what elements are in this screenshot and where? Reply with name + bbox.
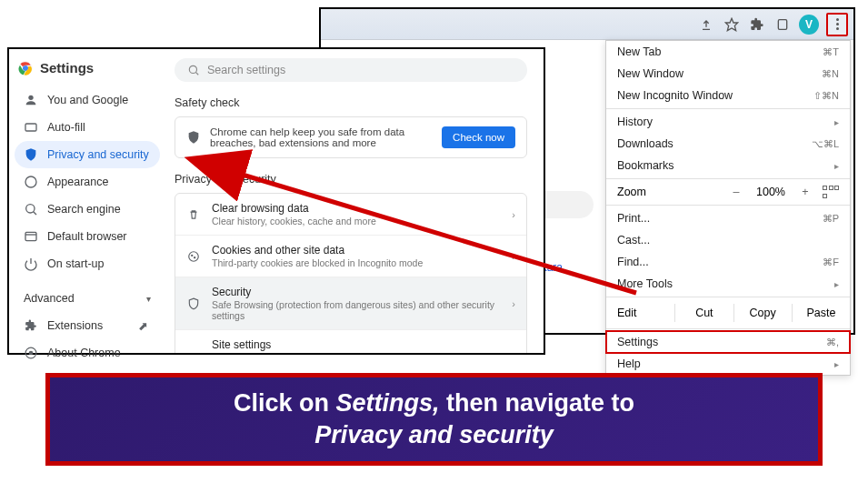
instruction-caption: Click on Settings, then navigate to Priv… <box>45 373 823 466</box>
nav-about-chrome[interactable]: About Chrome <box>15 339 160 367</box>
cookie-icon <box>186 249 201 264</box>
palette-icon <box>24 175 38 189</box>
avatar-letter: V <box>805 18 813 31</box>
t-em: Privacy and security <box>314 421 554 448</box>
search-icon <box>24 202 38 216</box>
label: Privacy and security <box>47 148 149 161</box>
t-em: Settings, <box>335 389 439 417</box>
shortcut: ⇧⌘N <box>813 90 839 102</box>
chrome-menu: New Tab⌘T New Window⌘N New Incognito Win… <box>605 40 851 376</box>
privacy-list: Clear browsing dataClear history, cookie… <box>175 193 527 353</box>
label: About Chrome <box>47 347 121 359</box>
shortcut: ⌘T <box>823 46 839 58</box>
nav-autofill[interactable]: Auto-fill <box>15 114 160 141</box>
chevron-down-icon: ▾ <box>146 294 151 304</box>
title: Security <box>212 286 501 298</box>
svg-line-8 <box>34 212 36 215</box>
lock-shield-icon <box>186 297 201 311</box>
menu-find[interactable]: Find...⌘F <box>606 251 850 273</box>
svg-point-12 <box>29 351 34 356</box>
menu-bookmarks[interactable]: Bookmarks▸ <box>606 155 850 176</box>
chrome-menu-button[interactable] <box>826 13 848 36</box>
extensions-icon[interactable] <box>748 15 766 34</box>
row-cookies[interactable]: Cookies and other site dataThird-party c… <box>175 235 526 277</box>
menu-help[interactable]: Help▸ <box>606 353 850 375</box>
nav-extensions[interactable]: Extensions⬈ <box>15 312 160 339</box>
fullscreen-icon[interactable] <box>823 186 839 198</box>
menu-new-window[interactable]: New Window⌘N <box>606 63 850 85</box>
label: Auto-fill <box>47 121 85 134</box>
shortcut: ⌘F <box>823 257 839 268</box>
zoom-in-button[interactable]: + <box>797 186 813 198</box>
menu-settings[interactable]: Settings⌘, <box>606 331 850 353</box>
autofill-icon <box>24 120 38 135</box>
svg-point-15 <box>189 251 199 261</box>
cut-button[interactable]: Cut <box>674 304 733 322</box>
settings-title-row: Settings <box>15 60 160 75</box>
label: Appearance <box>47 176 108 188</box>
menu-downloads[interactable]: Downloads⌥⌘L <box>606 133 850 155</box>
browser-icon <box>24 229 38 244</box>
kebab-icon <box>836 17 839 31</box>
title: Cookies and other site data <box>212 244 501 257</box>
label: Cast... <box>617 234 650 247</box>
menu-separator <box>606 297 850 297</box>
label: You and Google <box>47 94 128 106</box>
label: Help <box>617 357 641 370</box>
menu-zoom: Zoom – 100% + <box>606 181 850 203</box>
nav-advanced[interactable]: Advanced▾ <box>15 285 160 312</box>
profile-avatar[interactable]: V <box>799 15 819 35</box>
nav-on-startup[interactable]: On start-up <box>15 250 160 277</box>
label: Print... <box>617 212 650 225</box>
check-now-button[interactable]: Check now <box>442 126 515 148</box>
label: More Tools <box>617 277 673 290</box>
svg-point-17 <box>195 257 195 257</box>
subtitle: Safe Browsing (protection from dangerous… <box>212 299 501 321</box>
t: then navigate to <box>440 389 635 417</box>
title: Site settings <box>212 338 501 351</box>
share-icon[interactable] <box>697 15 715 34</box>
zoom-value: 100% <box>753 186 788 198</box>
svg-rect-5 <box>25 124 36 131</box>
svg-marker-0 <box>725 18 737 30</box>
star-icon[interactable] <box>723 15 741 34</box>
edit-label: Edit <box>606 304 674 322</box>
svg-rect-1 <box>778 19 786 29</box>
row-clear-browsing-data[interactable]: Clear browsing dataClear history, cookie… <box>175 194 526 235</box>
row-site-settings[interactable]: Site settingsControls what information s… <box>175 329 526 353</box>
menu-print[interactable]: Print...⌘P <box>606 207 850 229</box>
label: Bookmarks <box>617 159 674 172</box>
nav-default-browser[interactable]: Default browser <box>15 223 160 250</box>
row-security[interactable]: SecuritySafe Browsing (protection from d… <box>175 277 526 329</box>
nav-search-engine[interactable]: Search engine <box>15 196 160 223</box>
chevron-right-icon: › <box>512 351 515 354</box>
menu-more-tools[interactable]: More Tools▸ <box>606 273 850 295</box>
search-settings-input[interactable]: Search settings <box>175 58 527 82</box>
nav-privacy-security[interactable]: Privacy and security <box>15 141 160 168</box>
menu-separator <box>606 178 850 179</box>
label: History <box>617 116 653 128</box>
subtitle: Third-party cookies are blocked in Incog… <box>212 257 501 268</box>
copy-button[interactable]: Copy <box>733 304 792 322</box>
shortcut: ⌘N <box>822 68 839 80</box>
power-icon <box>24 257 38 271</box>
nav-you-and-google[interactable]: You and Google <box>15 86 160 114</box>
caption-text: Click on Settings, then navigate to Priv… <box>234 387 634 451</box>
menu-history[interactable]: History▸ <box>606 111 850 133</box>
t: Click on <box>234 389 336 417</box>
menu-new-tab[interactable]: New Tab⌘T <box>606 41 850 63</box>
label: Settings <box>617 336 658 348</box>
paste-button[interactable]: Paste <box>792 304 850 322</box>
reading-list-icon[interactable] <box>773 15 792 34</box>
menu-separator <box>606 205 850 206</box>
svg-point-6 <box>25 176 36 187</box>
menu-new-incognito[interactable]: New Incognito Window⇧⌘N <box>606 85 850 106</box>
chevron-right-icon: ▸ <box>834 117 839 127</box>
chevron-right-icon: ▸ <box>834 161 839 171</box>
zoom-out-button[interactable]: – <box>728 186 744 198</box>
privacy-security-heading: Privacy and security <box>175 173 527 186</box>
chevron-right-icon: ▸ <box>834 279 839 289</box>
menu-cast[interactable]: Cast... <box>606 229 850 251</box>
nav-appearance[interactable]: Appearance <box>15 168 160 196</box>
label: On start-up <box>47 257 105 270</box>
